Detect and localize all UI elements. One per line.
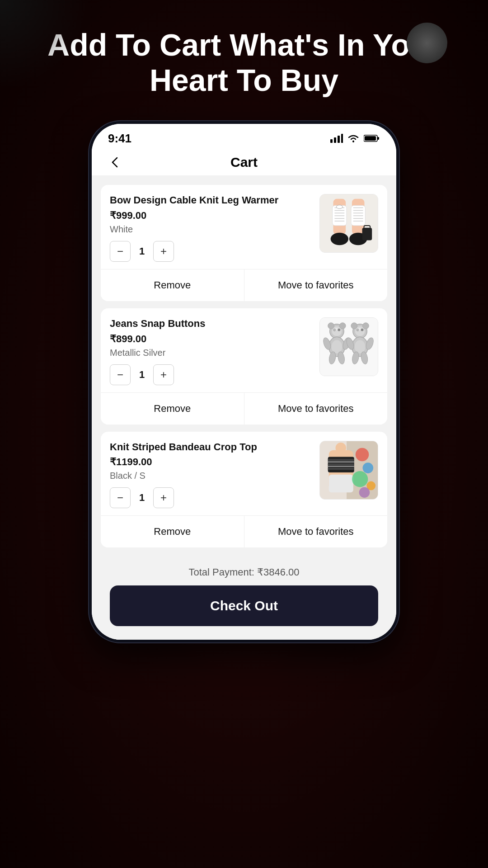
svg-rect-1 — [334, 137, 336, 143]
item-3-qty: 1 — [131, 492, 153, 504]
svg-point-46 — [361, 329, 364, 331]
item-2-increase-btn[interactable]: + — [153, 364, 174, 385]
svg-point-69 — [352, 471, 368, 487]
item-3-decrease-btn[interactable]: − — [110, 487, 131, 508]
item-3-actions: Remove Move to favorites — [101, 515, 387, 547]
item-2-variant: Metallic Silver — [110, 348, 312, 358]
svg-rect-8 — [320, 194, 378, 252]
svg-point-18 — [336, 205, 343, 209]
svg-rect-0 — [330, 139, 333, 143]
item-1-quantity-row: − 1 + — [110, 241, 312, 262]
item-3-remove-btn[interactable]: Remove — [101, 516, 244, 547]
item-1-increase-btn[interactable]: + — [153, 241, 174, 262]
item-3-quantity-row: − 1 + — [110, 487, 312, 508]
item-1-variant: White — [110, 224, 312, 235]
item-2-favorites-btn[interactable]: Move to favorites — [244, 393, 388, 425]
item-2-quantity-row: − 1 + — [110, 364, 312, 385]
cart-item-1-info: Bow Design Cable Knit Leg Warmer ₹999.00… — [110, 194, 312, 262]
svg-point-67 — [356, 448, 369, 461]
snap-buttons-svg — [320, 317, 378, 376]
svg-point-71 — [359, 487, 370, 498]
svg-point-38 — [332, 340, 343, 354]
status-icons — [330, 134, 380, 143]
total-payment: Total Payment: ₹3846.00 — [110, 562, 378, 585]
cart-item-2: Jeans Snap Buttons ₹899.00 Metallic Silv… — [101, 308, 387, 425]
item-1-decrease-btn[interactable]: − — [110, 241, 131, 262]
svg-point-35 — [328, 323, 334, 329]
item-1-qty: 1 — [131, 245, 153, 257]
cart-item-2-info: Jeans Snap Buttons ₹899.00 Metallic Silv… — [110, 317, 312, 385]
svg-rect-65 — [328, 466, 354, 467]
checkout-button[interactable]: Check Out — [110, 585, 378, 626]
svg-rect-3 — [341, 134, 343, 143]
item-2-remove-btn[interactable]: Remove — [101, 393, 244, 425]
svg-point-36 — [339, 323, 346, 329]
cart-item-3-info: Knit Striped Bandeau Crop Top ₹1199.00 B… — [110, 441, 312, 509]
item-1-actions: Remove Move to favorites — [101, 269, 387, 301]
item-2-decrease-btn[interactable]: − — [110, 364, 131, 385]
item-3-price: ₹1199.00 — [110, 456, 312, 468]
svg-point-47 — [351, 323, 357, 329]
item-1-image — [319, 194, 378, 253]
item-2-image — [319, 317, 378, 376]
svg-rect-63 — [328, 468, 354, 470]
svg-rect-28 — [362, 228, 372, 241]
wifi-icon — [347, 134, 359, 143]
svg-point-26 — [331, 233, 348, 245]
item-3-favorites-btn[interactable]: Move to favorites — [244, 516, 388, 547]
cart-list: Bow Design Cable Knit Leg Warmer ₹999.00… — [92, 176, 396, 640]
svg-rect-7 — [365, 136, 376, 141]
battery-icon — [364, 134, 380, 142]
svg-point-50 — [355, 340, 366, 354]
svg-point-48 — [363, 323, 369, 329]
item-1-name: Bow Design Cable Knit Leg Warmer — [110, 194, 312, 207]
item-1-price: ₹999.00 — [110, 210, 312, 222]
item-3-variant: Black / S — [110, 471, 312, 481]
svg-rect-66 — [329, 474, 353, 492]
item-3-name: Knit Striped Bandeau Crop Top — [110, 441, 312, 454]
item-1-favorites-btn[interactable]: Move to favorites — [244, 269, 388, 301]
cart-item-1: Bow Design Cable Knit Leg Warmer ₹999.00… — [101, 185, 387, 301]
svg-point-72 — [335, 443, 346, 453]
status-time: 9:41 — [108, 132, 131, 146]
page-hero-title: Add To Cart What's In Your Heart To Buy — [0, 0, 488, 120]
item-1-remove-btn[interactable]: Remove — [101, 269, 244, 301]
leg-warmer-svg — [320, 194, 378, 253]
cart-item-3: Knit Striped Bandeau Crop Top ₹1199.00 B… — [101, 432, 387, 548]
phone-frame: 9:41 — [88, 120, 400, 643]
item-2-actions: Remove Move to favorites — [101, 392, 387, 425]
svg-point-34 — [338, 329, 340, 331]
signal-icon — [330, 134, 343, 143]
svg-rect-64 — [328, 461, 354, 462]
svg-rect-2 — [338, 136, 340, 143]
svg-point-68 — [363, 462, 374, 473]
svg-rect-62 — [328, 463, 354, 465]
nav-bar: Cart — [92, 149, 396, 176]
item-2-name: Jeans Snap Buttons — [110, 317, 312, 330]
item-3-increase-btn[interactable]: + — [153, 487, 174, 508]
nav-title: Cart — [230, 155, 258, 170]
svg-rect-61 — [328, 459, 354, 461]
item-3-image — [319, 441, 378, 500]
svg-rect-6 — [377, 137, 379, 140]
svg-point-4 — [352, 141, 354, 142]
decorative-circle — [407, 23, 447, 63]
back-button[interactable] — [105, 152, 125, 172]
phone-screen: 9:41 — [92, 124, 396, 640]
checkout-section: Total Payment: ₹3846.00 Check Out — [101, 555, 387, 640]
crop-top-svg — [320, 441, 378, 500]
item-2-price: ₹899.00 — [110, 333, 312, 345]
status-bar: 9:41 — [92, 124, 396, 149]
item-2-qty: 1 — [131, 369, 153, 381]
